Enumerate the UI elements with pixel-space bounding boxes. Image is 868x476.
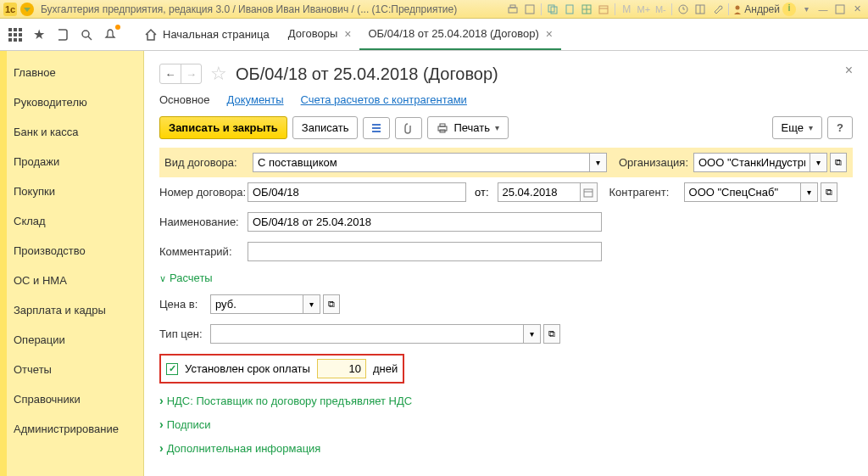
sidebar-item-otchety[interactable]: Отчеты	[2, 355, 143, 384]
save-icon[interactable]	[522, 2, 537, 17]
section-podpisi[interactable]: Подписи	[159, 412, 853, 436]
tab-dogovory[interactable]: Договоры ×	[280, 19, 360, 50]
dropdown-icon[interactable]: ▾	[810, 153, 827, 172]
favorite-star-icon[interactable]: ★	[27, 23, 51, 47]
history-icon[interactable]	[51, 23, 75, 47]
content-area: × ← → ☆ ОБ/04/18 от 25.04.2018 (Договор)…	[144, 51, 868, 476]
list-icon-button[interactable]	[363, 117, 390, 139]
page-title: ОБ/04/18 от 25.04.2018 (Договор)	[236, 64, 498, 84]
org-label: Организация:	[619, 156, 693, 169]
sidebar-item-rukovoditelyu[interactable]: Руководителю	[2, 87, 143, 117]
nav-back-button[interactable]: ←	[160, 64, 181, 83]
tab-close-icon[interactable]: ×	[344, 27, 351, 41]
sidebar-item-sklad[interactable]: Склад	[2, 206, 143, 236]
sidebar-item-proizvodstvo[interactable]: Производство	[2, 236, 143, 266]
row-naimenovanie: Наименование:	[159, 207, 853, 237]
notifications-bell-icon[interactable]	[98, 23, 122, 47]
srok-checkbox[interactable]: ✓	[166, 363, 178, 375]
current-user[interactable]: Андрей	[732, 3, 780, 15]
more-button[interactable]: Еще▾	[772, 116, 822, 139]
tab-label: Договоры	[288, 27, 337, 40]
komment-input[interactable]	[248, 242, 602, 261]
print-button[interactable]: Печать ▾	[427, 116, 509, 139]
page-close-icon[interactable]: ×	[845, 63, 853, 78]
help-button[interactable]: ?	[827, 116, 853, 139]
dropdown-icon[interactable]: ▾	[303, 294, 320, 314]
sidebar-item-os-nma[interactable]: ОС и НМА	[2, 266, 143, 295]
komment-label: Комментарий:	[159, 245, 248, 258]
org-input[interactable]	[693, 153, 810, 172]
cena-input[interactable]	[210, 294, 303, 314]
svg-rect-10	[599, 6, 608, 14]
section-raschety[interactable]: Расчеты	[159, 266, 853, 289]
chevron-down-icon: ▾	[809, 123, 813, 132]
search-icon[interactable]	[75, 23, 98, 47]
save-close-button[interactable]: Записать и закрыть	[159, 116, 287, 139]
sidebar-item-pokupki[interactable]: Покупки	[2, 176, 143, 206]
panel-icon[interactable]	[693, 2, 708, 17]
sidebar-item-operacii[interactable]: Операции	[2, 325, 143, 355]
row-kommentariy: Комментарий:	[159, 237, 853, 266]
minimize-button[interactable]: —	[815, 2, 831, 17]
m-plus-icon[interactable]: M+	[636, 2, 651, 17]
subnav-osnovnoe[interactable]: Основное	[159, 93, 210, 106]
vid-input[interactable]	[253, 153, 590, 172]
m-icon[interactable]: M	[619, 2, 634, 17]
action-bar: Записать и закрыть Записать Печать ▾ Еще…	[159, 116, 853, 139]
nav-back-forward: ← →	[159, 64, 202, 84]
row-cena: Цена в: ▾ ⧉	[159, 289, 853, 319]
tab-close-icon[interactable]: ×	[546, 27, 553, 41]
section-dopinfo[interactable]: Дополнительная информация	[159, 436, 853, 460]
apps-grid-icon[interactable]	[3, 23, 27, 47]
sidebar-item-prodazhi[interactable]: Продажи	[2, 147, 143, 176]
subnav-dokumenty[interactable]: Документы	[227, 93, 284, 106]
wrench-icon[interactable]	[709, 2, 725, 17]
dropdown-circle-icon[interactable]	[20, 3, 34, 16]
attachment-button[interactable]	[395, 117, 422, 139]
dropdown-icon[interactable]: ▾	[590, 153, 607, 172]
svg-rect-18	[836, 5, 844, 14]
m-minus-icon[interactable]: M-	[653, 2, 668, 17]
sidebar-item-bank[interactable]: Банк и касса	[2, 117, 143, 147]
save-button[interactable]: Записать	[292, 116, 359, 139]
open-ext-icon[interactable]: ⧉	[323, 294, 340, 314]
copy-icon[interactable]	[545, 2, 560, 17]
nomer-label: Номер договора:	[159, 186, 248, 199]
dropdown-icon[interactable]: ▾	[801, 182, 818, 202]
main-toolbar: ★ Начальная страница Договоры × ОБ/04/18…	[0, 19, 868, 51]
subnav-scheta[interactable]: Счета расчетов с контрагентами	[301, 93, 467, 106]
home-tab[interactable]: Начальная страница	[134, 19, 280, 50]
clock-icon[interactable]	[676, 2, 691, 17]
tab-dogovor-current[interactable]: ОБ/04/18 от 25.04.2018 (Договор) ×	[359, 19, 561, 50]
info-icon[interactable]: i	[782, 2, 797, 17]
open-ext-icon[interactable]: ⧉	[830, 153, 847, 172]
nomer-input[interactable]	[248, 182, 466, 202]
favorite-toggle-icon[interactable]: ☆	[210, 63, 227, 85]
sidebar-item-glavnoe[interactable]: Главное	[2, 58, 143, 87]
close-button[interactable]: ✕	[849, 2, 865, 17]
svg-rect-1	[509, 8, 517, 13]
home-icon	[144, 28, 158, 42]
print-icon	[437, 122, 448, 134]
sidebar-item-admin[interactable]: Администрирование	[2, 414, 143, 444]
nav-forward-button[interactable]: →	[181, 64, 201, 83]
tip-input[interactable]	[210, 324, 524, 344]
dropdown-icon[interactable]: ▾	[524, 324, 541, 344]
date-input[interactable]	[498, 182, 581, 202]
srok-days-input[interactable]	[317, 359, 366, 378]
open-ext-icon[interactable]: ⧉	[821, 182, 837, 202]
kontr-input[interactable]	[684, 182, 801, 202]
open-ext-icon[interactable]: ⧉	[543, 324, 560, 344]
print-icon[interactable]	[505, 2, 520, 17]
calendar-icon[interactable]	[596, 2, 611, 17]
info-chevron-icon[interactable]: ▾	[798, 2, 814, 17]
calendar-picker-icon[interactable]	[581, 182, 598, 202]
section-nds[interactable]: НДС: Поставщик по договору предъявляет Н…	[159, 389, 853, 412]
sidebar-item-spravochniki[interactable]: Справочники	[2, 384, 143, 414]
naimen-input[interactable]	[248, 212, 602, 232]
sidebar-item-zarplata[interactable]: Зарплата и кадры	[2, 295, 143, 325]
calc-icon[interactable]	[579, 2, 594, 17]
maximize-button[interactable]	[832, 2, 848, 17]
srok-label: Установлен срок оплаты	[185, 362, 310, 375]
sheet-icon[interactable]	[562, 2, 577, 17]
